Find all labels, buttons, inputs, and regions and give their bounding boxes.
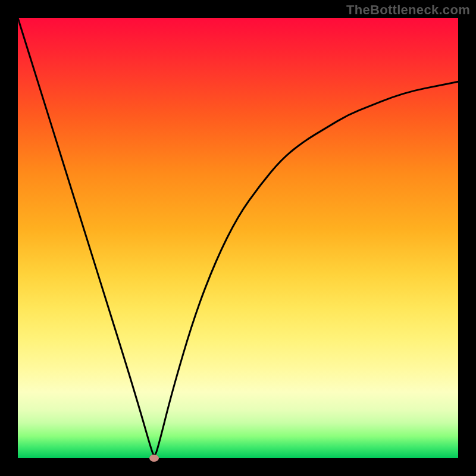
- bottleneck-curve: [18, 18, 458, 455]
- chart-frame: TheBottleneck.com: [0, 0, 476, 476]
- optimum-marker: [149, 455, 159, 462]
- watermark-text: TheBottleneck.com: [346, 2, 470, 18]
- curve-svg: [18, 18, 458, 458]
- plot-area: [18, 18, 458, 458]
